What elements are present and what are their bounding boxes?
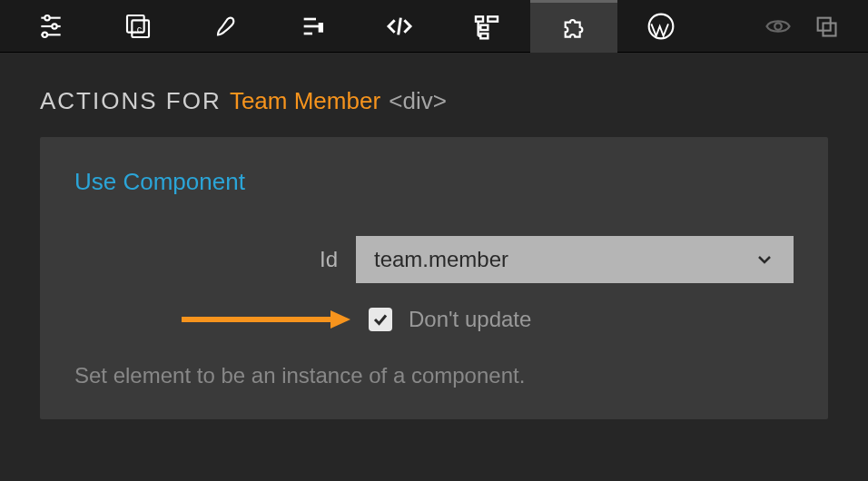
- page-title: ACTIONS FOR Team Member <div>: [0, 53, 868, 137]
- dont-update-label: Don't update: [409, 307, 531, 332]
- title-prefix: ACTIONS FOR: [40, 87, 230, 114]
- toolbar-sliders[interactable]: [7, 0, 94, 53]
- id-label: Id: [74, 247, 356, 272]
- svg-point-5: [43, 32, 47, 36]
- brush-icon: [211, 12, 240, 41]
- toolbar-tree[interactable]: [443, 0, 530, 53]
- svg-rect-14: [476, 16, 483, 21]
- svg-point-22: [774, 23, 782, 30]
- svg-rect-24: [824, 23, 836, 35]
- panel-header[interactable]: Use Component: [74, 168, 794, 196]
- list-icon: [298, 12, 327, 41]
- help-text: Set element to be an instance of a compo…: [74, 363, 794, 388]
- toolbar-wordpress[interactable]: [617, 0, 705, 53]
- toolbar: .c: [0, 0, 868, 53]
- title-tag: <div>: [389, 87, 447, 114]
- toolbar-component[interactable]: .c: [94, 0, 182, 53]
- id-select-value: team.member: [374, 247, 754, 272]
- wordpress-icon: [646, 12, 676, 41]
- toolbar-right: [764, 13, 861, 40]
- svg-point-3: [52, 24, 56, 28]
- title-element: Team Member: [230, 87, 380, 114]
- eye-icon[interactable]: [764, 13, 792, 40]
- checkbox-row: Don't update: [74, 307, 794, 332]
- id-row: Id team.member: [74, 236, 794, 283]
- toolbar-puzzle[interactable]: [530, 0, 617, 53]
- check-icon: [372, 311, 389, 328]
- annotation-arrow-container: [74, 309, 369, 330]
- svg-rect-16: [480, 25, 488, 29]
- copy-icon[interactable]: [814, 14, 839, 39]
- use-component-panel: Use Component Id team.member Don't updat…: [40, 137, 828, 419]
- id-select[interactable]: team.member: [356, 236, 794, 283]
- sliders-icon: [36, 12, 65, 41]
- toolbar-list[interactable]: [269, 0, 356, 53]
- component-icon: .c: [123, 12, 153, 41]
- toolbar-code[interactable]: [356, 0, 443, 53]
- svg-rect-17: [480, 34, 488, 38]
- svg-rect-23: [818, 17, 831, 30]
- svg-marker-26: [330, 310, 350, 329]
- annotation-arrow: [178, 309, 350, 330]
- dont-update-checkbox[interactable]: [369, 308, 392, 331]
- svg-point-1: [44, 15, 49, 20]
- tree-icon: [472, 12, 501, 41]
- svg-rect-15: [488, 16, 498, 21]
- svg-text:.c: .c: [134, 23, 143, 34]
- svg-line-13: [399, 17, 401, 34]
- toolbar-brush[interactable]: [182, 0, 269, 53]
- chevron-down-icon: [754, 249, 775, 270]
- puzzle-icon: [559, 13, 588, 42]
- svg-rect-12: [319, 23, 323, 33]
- code-icon: [385, 12, 414, 41]
